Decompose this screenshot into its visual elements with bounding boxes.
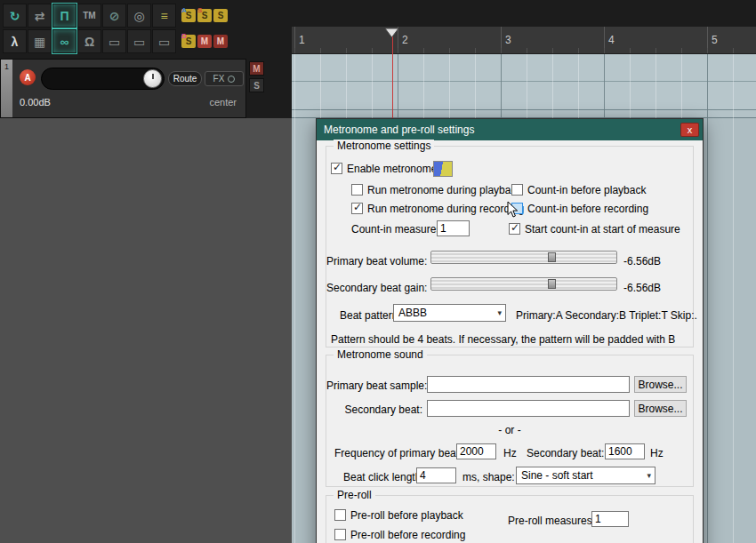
measure-number: 1 [299, 34, 305, 46]
metronome-button[interactable]: Π [52, 4, 76, 28]
click-shape-value: Sine - soft start [521, 469, 593, 482]
mute-chip-2[interactable]: M [213, 35, 228, 48]
checkbox-start-countin-measure[interactable]: Start count-in at start of measure [509, 222, 680, 236]
secondary-freq-input[interactable] [605, 443, 645, 459]
mute-chip-1[interactable]: M [197, 35, 212, 48]
eye-off-button[interactable]: ⊘ [102, 4, 126, 28]
eye-button[interactable]: ◎ [127, 4, 151, 28]
volume-readout: 0.00dB [20, 97, 51, 108]
solo-chip-s[interactable]: SS [197, 9, 212, 22]
browse-primary-button[interactable]: Browse... [634, 376, 687, 393]
list-button[interactable]: ≡ [152, 4, 176, 28]
record-arm-button[interactable]: A [20, 69, 36, 85]
mute-button[interactable]: M [249, 61, 264, 76]
checkbox-preroll-before-playback[interactable]: Pre-roll before playback [334, 508, 463, 522]
swap-arrows-icon: ⇄ [35, 9, 45, 23]
checkbox-run-metronome-playback[interactable]: Run metronome during playback [351, 183, 521, 196]
checkbox-countin-before-recording[interactable]: Count-in before recording [511, 202, 648, 215]
measure-number: 4 [608, 34, 615, 46]
envelope-button[interactable]: λ [3, 29, 27, 53]
grid-icon: ▦ [34, 35, 45, 49]
eye-off-icon: ⊘ [109, 9, 120, 23]
preroll-measures-input[interactable] [591, 511, 629, 527]
circular-arrow-button[interactable]: ↻ [3, 4, 27, 28]
swap-arrows-button[interactable]: ⇄ [28, 4, 52, 28]
toolbar-row-1: ↻ ⇄ Π TM ⊘ ◎ ≡ AS SS S [3, 3, 283, 28]
checkbox-box [334, 529, 346, 540]
measure-number: 2 [402, 34, 408, 46]
beat-pattern-color-button[interactable] [433, 161, 453, 177]
measure-number: 3 [505, 34, 511, 46]
primary-freq-input[interactable] [456, 443, 496, 459]
checkbox-preroll-before-recording[interactable]: Pre-roll before recording [334, 528, 465, 541]
timeline-ruler[interactable]: 1 2 3 4 5 [292, 27, 756, 54]
secondary-gain-slider[interactable] [430, 277, 617, 291]
folder-icon: ▭ [158, 35, 170, 49]
chain-link-button[interactable]: ∞ [52, 29, 76, 53]
beat-pattern-select[interactable]: ABBB ▾ [393, 304, 506, 322]
edit-cursor-line [392, 32, 393, 118]
chevron-down-icon: ▾ [647, 471, 651, 480]
fx-button[interactable]: FX [205, 71, 244, 86]
checkbox-box [509, 223, 520, 235]
checkbox-label: Pre-roll before recording [350, 529, 465, 541]
list-icon: ≡ [160, 9, 167, 23]
hz-label-secondary: Hz [650, 447, 664, 459]
click-length-input[interactable] [416, 467, 456, 483]
click-length-label: Beat click length: [343, 471, 424, 483]
chip-corner-label: A [181, 6, 187, 14]
beat-pattern-hint: Primary:A Secondary:B Triplet:T Skip:. [516, 309, 697, 322]
primary-sample-input[interactable] [427, 376, 630, 393]
solo-chip-a[interactable]: AS [181, 9, 196, 22]
folder-button-2[interactable]: ▭ [127, 29, 151, 53]
folder-icon: ▭ [133, 35, 145, 49]
checkbox-box [351, 203, 363, 214]
browse-secondary-button[interactable]: Browse... [634, 400, 687, 417]
secondary-gain-value: -6.56dB [623, 282, 661, 294]
primary-volume-label: Primary beat volume: [326, 255, 426, 268]
track-number-grip[interactable]: 1 [1, 60, 12, 117]
chip-corner-label: S [197, 6, 202, 14]
group-legend: Metronome sound [334, 348, 427, 361]
checkbox-enable-metronome[interactable]: Enable metronome [331, 162, 437, 175]
grid-button[interactable]: ▦ [28, 29, 52, 53]
playhead-marker[interactable] [384, 28, 400, 38]
primary-volume-value: -6.56dB [623, 255, 661, 268]
solo-chip[interactable]: S [213, 9, 228, 22]
tm-button[interactable]: TM [77, 4, 101, 28]
dialog-titlebar[interactable]: Metronome and pre-roll settings [317, 119, 703, 140]
lock-icon: Ω [84, 35, 94, 49]
folder-button-1[interactable]: ▭ [102, 29, 126, 53]
lock-button[interactable]: Ω [77, 29, 101, 53]
secondary-sample-input[interactable] [427, 400, 630, 417]
metronome-settings-group: Metronome settings Enable metronome Run … [326, 146, 694, 347]
empty-track-area[interactable] [0, 118, 292, 543]
slider-thumb[interactable] [548, 279, 556, 289]
group-legend: Metronome settings [334, 140, 434, 152]
chevron-down-icon: ▾ [497, 308, 502, 317]
folder-button-3[interactable]: ▭ [152, 29, 176, 53]
checkbox-label: Run metronome during playback [367, 184, 521, 196]
close-button[interactable]: x [680, 123, 699, 137]
countin-measures-input[interactable] [437, 220, 470, 236]
volume-fader[interactable] [41, 68, 165, 90]
folder-icon: ▭ [109, 35, 120, 49]
checkbox-label: Enable metronome [347, 163, 437, 175]
tm-icon: TM [83, 11, 95, 20]
click-shape-select[interactable]: Sine - soft start ▾ [516, 467, 655, 484]
chip-label: S [202, 11, 208, 20]
checkbox-countin-before-playback[interactable]: Count-in before playback [511, 183, 646, 196]
countin-measures-label: Count-in measures: [351, 223, 445, 236]
solo-chip-d[interactable]: DS [181, 35, 196, 48]
slider-thumb[interactable] [548, 252, 556, 262]
solo-button[interactable]: S [249, 78, 264, 92]
secondary-gain-label: Secondary beat gain: [326, 282, 426, 294]
primary-volume-slider[interactable] [430, 251, 617, 264]
route-button[interactable]: Route [168, 71, 202, 86]
checkbox-label: Pre-roll before playback [350, 509, 463, 522]
volume-knob[interactable] [143, 69, 162, 88]
chip-label: S [218, 11, 224, 20]
grid-line [707, 54, 708, 543]
checkbox-run-metronome-recording[interactable]: Run metronome during recording [351, 202, 524, 215]
measure-number: 5 [712, 34, 718, 46]
